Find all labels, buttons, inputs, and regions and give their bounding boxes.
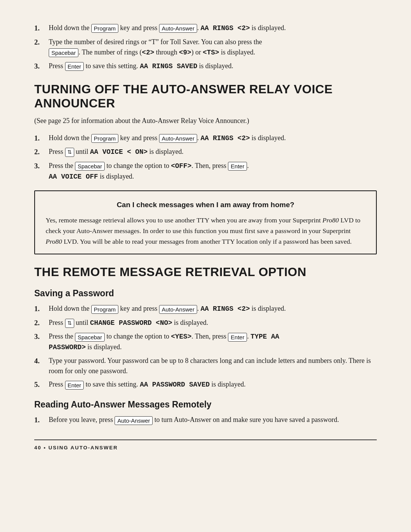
kbd-enter: Enter [228, 162, 247, 171]
step-content: Press the Spacebar to change the option … [49, 161, 377, 182]
display-text: AA RINGS <2> [201, 24, 250, 32]
step-content: Press ⇅ until AA VOICE < ON> is displaye… [49, 147, 377, 157]
step-content: Type the number of desired rings or “T” … [49, 37, 377, 58]
step-num: 3. [34, 61, 49, 72]
step-num: 2. [34, 37, 49, 48]
footer-separator: • [44, 445, 46, 451]
footer-page-num: 40 [34, 445, 41, 451]
step-num: 3. [34, 331, 49, 342]
kbd-spacebar: Spacebar [75, 333, 105, 342]
kbd-program: Program [91, 134, 119, 143]
kbd-program: Program [91, 305, 119, 314]
step-num: 5. [34, 379, 49, 390]
saving-steps: 1. Hold down the Program key and press A… [34, 304, 377, 390]
display-off: <OFF> [171, 162, 191, 170]
intro-steps: 1. Hold down the Program key and press A… [34, 23, 377, 72]
reading-steps: 1. Before you leave, press Auto-Answer t… [34, 415, 377, 426]
step-content: Hold down the Program key and press Auto… [49, 23, 377, 34]
kbd-enter: Enter [228, 333, 247, 342]
display-text: AA RINGS <2> [201, 305, 250, 313]
kbd-arrow: ⇅ [65, 319, 74, 328]
display-text: AA VOICE < ON> [90, 148, 148, 156]
display-2: <2> [142, 49, 154, 56]
pro80-italic: Pro80 [322, 216, 339, 224]
step-num: 1. [34, 133, 49, 144]
intro-step-2: 2. Type the number of desired rings or “… [34, 37, 377, 58]
step-num: 1. [34, 23, 49, 34]
s1-step-1: 1. Hold down the Program key and press A… [34, 133, 377, 144]
kbd-enter: Enter [65, 62, 84, 71]
sub-heading-reading: Reading Auto-Answer Messages Remotely [34, 398, 377, 411]
kbd-enter: Enter [65, 381, 84, 390]
step-num: 2. [34, 318, 49, 329]
display-text: AA RINGS <2> [201, 134, 250, 142]
intro-step-1: 1. Hold down the Program key and press A… [34, 23, 377, 34]
callout-box: Can I check messages when I am away from… [34, 190, 377, 255]
step-num: 1. [34, 304, 49, 315]
kbd-auto-answer: Auto-Answer [159, 305, 197, 314]
kbd-arrow: ⇅ [65, 148, 74, 157]
kbd-program: Program [91, 24, 119, 33]
save-step-3: 3. Press the Spacebar to change the opti… [34, 331, 377, 353]
callout-title: Can I check messages when I am away from… [46, 200, 365, 211]
step-num: 4. [34, 356, 49, 367]
step-num: 2. [34, 147, 49, 158]
step-content: Hold down the Program key and press Auto… [49, 133, 377, 144]
section2-heading: THE REMOTE MESSAGE RETRIEVAL OPTION [34, 265, 377, 279]
display-9: <9> [179, 49, 191, 56]
step-num: 1. [34, 415, 49, 426]
read-step-1: 1. Before you leave, press Auto-Answer t… [34, 415, 377, 426]
s1-step-2: 2. Press ⇅ until AA VOICE < ON> is displ… [34, 147, 377, 158]
step-content: Type your password. Your password can be… [49, 356, 377, 376]
save-step-4: 4. Type your password. Your password can… [34, 356, 377, 376]
display-yes: <YES> [171, 333, 191, 340]
step-content: Press ⇅ until CHANGE PASSWORD <NO> is di… [49, 318, 377, 328]
display-voice-off: AA VOICE OFF [49, 173, 98, 181]
step-content: Hold down the Program key and press Auto… [49, 304, 377, 314]
step-content: Before you leave, press Auto-Answer to t… [49, 415, 377, 425]
display-ts: <TS> [203, 49, 219, 56]
step-num: 3. [34, 161, 49, 172]
save-step-5: 5. Press Enter to save this setting. AA … [34, 379, 377, 390]
kbd-spacebar: Spacebar [75, 162, 105, 171]
kbd-auto-answer: Auto-Answer [159, 24, 197, 33]
section1-heading: TURNING OFF THE AUTO-ANSWER RELAY VOICE … [34, 82, 377, 110]
step-content: Press Enter to save this setting. AA PAS… [49, 379, 377, 390]
kbd-auto-answer: Auto-Answer [159, 134, 197, 143]
intro-step-3: 3. Press Enter to save this setting. AA … [34, 61, 377, 72]
kbd-spacebar: Spacebar [49, 48, 78, 57]
section1-steps: 1. Hold down the Program key and press A… [34, 133, 377, 182]
callout-body: Yes, remote message retrieval allows you… [46, 215, 365, 247]
save-step-2: 2. Press ⇅ until CHANGE PASSWORD <NO> is… [34, 318, 377, 329]
section1-note: (See page 25 for information about the A… [34, 116, 377, 126]
sub-heading-saving: Saving a Password [34, 287, 377, 300]
display-text: CHANGE PASSWORD <NO> [90, 319, 172, 327]
pro80-italic2: Pro80 [46, 238, 62, 245]
step-content: Press Enter to save this setting. AA RIN… [49, 61, 377, 72]
footer-bar: 40 • USING AUTO-ANSWER [34, 439, 377, 452]
kbd-auto-answer: Auto-Answer [115, 416, 153, 425]
save-step-1: 1. Hold down the Program key and press A… [34, 304, 377, 315]
s1-step-3: 3. Press the Spacebar to change the opti… [34, 161, 377, 182]
step-content: Press the Spacebar to change the option … [49, 331, 377, 353]
display-saved: AA PASSWORD SAVED [140, 381, 210, 388]
display-saved: AA RINGS SAVED [140, 62, 197, 70]
footer-label: USING AUTO-ANSWER [48, 445, 118, 451]
